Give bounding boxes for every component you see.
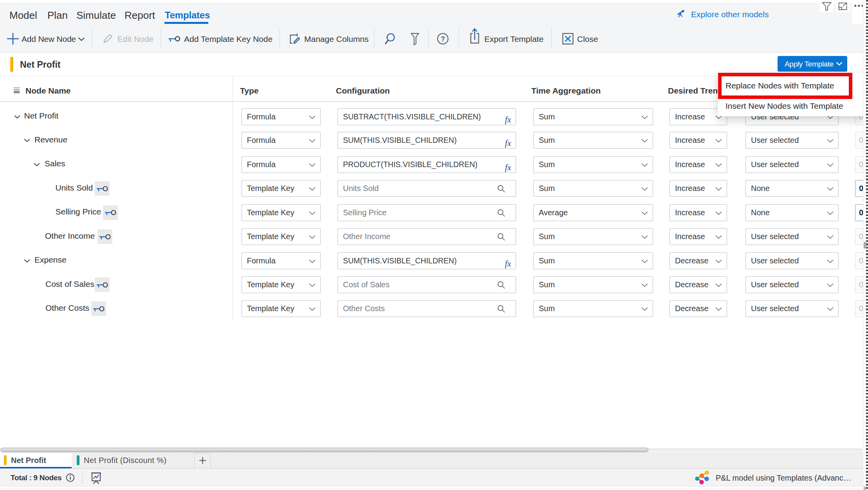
svg-text:?: ? <box>441 35 445 43</box>
